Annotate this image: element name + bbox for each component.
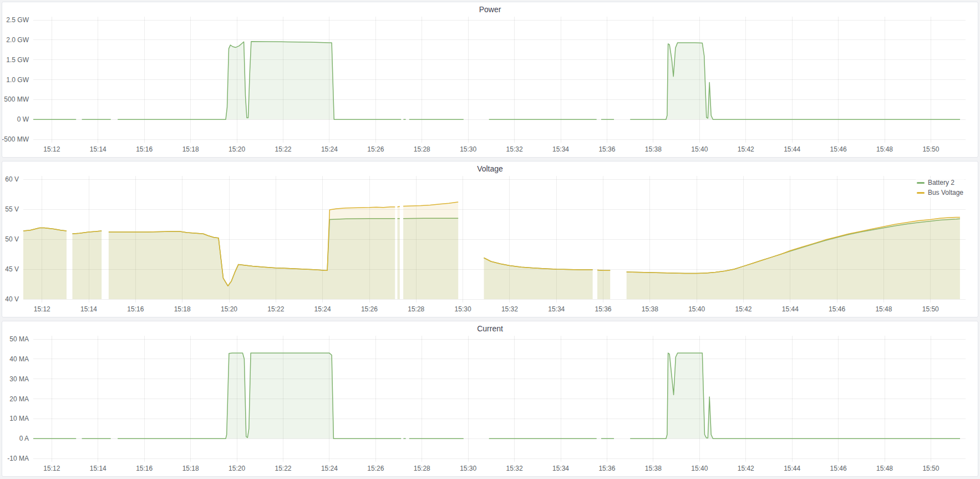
x-tick-label: 15:18: [182, 145, 199, 153]
current-panel: Current 50 MA40 MA30 MA20 MA10 MA0 A-10 …: [2, 321, 978, 477]
power-panel-title[interactable]: Power: [2, 2, 978, 17]
x-tick-label: 15:30: [455, 305, 471, 313]
current-chart-svg: [33, 336, 966, 462]
x-tick-label: 15:48: [876, 465, 893, 472]
voltage-legend: Battery 2Bus Voltage: [916, 178, 964, 198]
x-tick-label: 15:18: [182, 465, 199, 472]
x-tick-label: 15:38: [645, 465, 662, 472]
y-tick-label: 50 V: [5, 235, 19, 243]
x-tick-label: 15:20: [229, 465, 245, 472]
power-plot-row: 2.5 GW2.0 GW1.5 GW1.0 GW500 MW0 W-500 MW: [2, 17, 978, 143]
x-tick-label: 15:30: [460, 465, 476, 472]
power-chart-svg: [33, 17, 966, 143]
x-tick-label: 15:38: [645, 145, 662, 153]
x-tick-label: 15:50: [922, 305, 939, 313]
current-panel-title[interactable]: Current: [2, 321, 978, 336]
x-tick-label: 15:28: [414, 465, 430, 472]
x-tick-label: 15:36: [598, 465, 615, 472]
current-x-axis-spacer: [2, 462, 33, 476]
voltage-panel-title[interactable]: Voltage: [2, 162, 978, 176]
power-x-axis-spacer: [2, 143, 33, 157]
x-tick-label: 15:40: [691, 145, 708, 153]
y-tick-label: 55 V: [5, 205, 19, 213]
x-tick-label: 15:44: [784, 145, 800, 153]
y-tick-label: -500 MW: [2, 135, 29, 143]
x-tick-label: 15:24: [314, 305, 331, 313]
x-tick-label: 15:38: [642, 305, 658, 313]
y-tick-label: 2.0 GW: [6, 36, 29, 44]
x-tick-label: 15:46: [830, 145, 847, 153]
x-tick-label: 15:50: [922, 145, 939, 153]
legend-swatch-icon: [917, 182, 925, 184]
voltage-plot-area[interactable]: Battery 2Bus Voltage: [23, 176, 966, 302]
voltage-x-axis-row: 15:1215:1415:1615:1815:2015:2215:2415:26…: [2, 302, 978, 317]
x-tick-label: 15:34: [552, 465, 569, 472]
y-tick-label: 45 V: [5, 265, 19, 273]
x-tick-label: 15:46: [829, 305, 845, 313]
x-tick-label: 15:22: [275, 465, 291, 472]
y-tick-label: 60 V: [5, 175, 19, 183]
x-tick-label: 15:22: [267, 305, 284, 313]
x-tick-label: 15:48: [875, 305, 892, 313]
current-plot-row: 50 MA40 MA30 MA20 MA10 MA0 A-10 MA: [2, 336, 978, 462]
current-plot-area[interactable]: [33, 336, 966, 462]
x-tick-label: 15:28: [414, 145, 430, 153]
x-tick-label: 15:32: [501, 305, 518, 313]
x-tick-label: 15:46: [830, 465, 847, 472]
current-x-axis-row: 15:1215:1415:1615:1815:2015:2215:2415:26…: [2, 462, 978, 476]
x-tick-label: 15:42: [738, 145, 754, 153]
x-tick-label: 15:30: [460, 145, 476, 153]
x-tick-label: 15:44: [784, 465, 800, 472]
x-tick-label: 15:28: [408, 305, 424, 313]
x-tick-label: 15:16: [136, 465, 153, 472]
y-tick-label: 20 MA: [9, 395, 29, 403]
y-tick-label: 40 V: [5, 295, 19, 303]
x-tick-label: 15:32: [506, 145, 523, 153]
voltage-plot-row: 60 V55 V50 V45 V40 V Battery 2Bus Voltag…: [2, 176, 978, 302]
x-tick-label: 15:42: [735, 305, 751, 313]
legend-swatch-icon: [917, 192, 925, 194]
x-tick-label: 15:44: [782, 305, 799, 313]
y-tick-label: 0 W: [17, 115, 29, 123]
voltage-y-axis: 60 V55 V50 V45 V40 V: [2, 176, 23, 302]
x-tick-label: 15:16: [136, 145, 153, 153]
x-tick-label: 15:18: [174, 305, 191, 313]
power-plot-area[interactable]: [33, 17, 966, 143]
power-panel: Power 2.5 GW2.0 GW1.5 GW1.0 GW500 MW0 W-…: [2, 2, 978, 158]
x-tick-label: 15:24: [321, 145, 338, 153]
x-tick-label: 15:12: [34, 305, 50, 313]
x-tick-label: 15:40: [688, 305, 705, 313]
x-tick-label: 15:26: [361, 305, 378, 313]
x-tick-label: 15:24: [321, 465, 338, 472]
x-tick-label: 15:40: [691, 465, 708, 472]
x-tick-label: 15:20: [229, 145, 245, 153]
x-tick-label: 15:20: [221, 305, 237, 313]
x-tick-label: 15:16: [127, 305, 144, 313]
legend-item-bus-voltage[interactable]: Bus Voltage: [917, 189, 963, 197]
legend-label: Battery 2: [928, 179, 954, 187]
y-tick-label: 10 MA: [9, 415, 29, 422]
voltage-x-axis-spacer: [2, 302, 23, 317]
x-tick-label: 15:14: [90, 465, 106, 472]
x-tick-label: 15:36: [595, 305, 612, 313]
x-tick-label: 15:26: [367, 465, 384, 472]
x-tick-label: 15:14: [80, 305, 97, 313]
y-tick-label: 30 MA: [9, 375, 29, 383]
x-tick-label: 15:42: [738, 465, 754, 472]
power-y-axis: 2.5 GW2.0 GW1.5 GW1.0 GW500 MW0 W-500 MW: [2, 17, 33, 143]
y-tick-label: 500 MW: [4, 95, 29, 103]
x-tick-label: 15:12: [43, 465, 60, 472]
legend-label: Bus Voltage: [928, 189, 963, 197]
power-x-axis-row: 15:1215:1415:1615:1815:2015:2215:2415:26…: [2, 143, 978, 157]
y-tick-label: 40 MA: [9, 355, 29, 363]
x-tick-label: 15:48: [876, 145, 893, 153]
legend-item-battery-2[interactable]: Battery 2: [917, 179, 963, 187]
y-tick-label: 2.5 GW: [6, 16, 29, 24]
current-x-axis: 15:1215:1415:1615:1815:2015:2215:2415:26…: [33, 462, 966, 476]
dashboard: Power 2.5 GW2.0 GW1.5 GW1.0 GW500 MW0 W-…: [0, 0, 980, 478]
x-tick-label: 15:14: [90, 145, 106, 153]
current-y-axis: 50 MA40 MA30 MA20 MA10 MA0 A-10 MA: [2, 336, 33, 462]
y-tick-label: 0 A: [19, 435, 29, 442]
y-tick-label: 50 MA: [9, 335, 29, 343]
x-tick-label: 15:34: [548, 305, 565, 313]
